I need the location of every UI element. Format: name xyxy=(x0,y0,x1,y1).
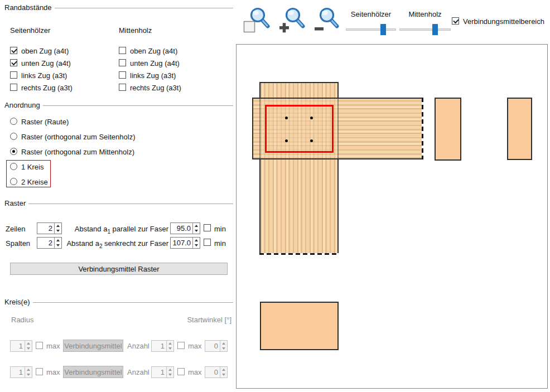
checkbox-seiten-oben-zug[interactable] xyxy=(10,47,17,54)
slider-track[interactable] xyxy=(399,28,451,31)
spalten-label: Spalten xyxy=(6,239,30,248)
kreis1-anzahl-label: Anzahl xyxy=(127,342,149,350)
checkbox-label: links Zug (a3t) xyxy=(130,71,176,80)
group-rule xyxy=(33,302,233,303)
spin-up-button[interactable] xyxy=(220,341,227,346)
group-rule xyxy=(28,204,233,204)
spalten-spinbox[interactable]: 2 xyxy=(37,237,62,249)
abstand-a2-spinbox[interactable]: 107.0 xyxy=(170,237,200,249)
checkbox-label: unten Zug (a4t) xyxy=(130,59,180,67)
spin-down-button[interactable] xyxy=(25,346,32,352)
zeilen-label: Zeilen xyxy=(6,225,25,233)
abstand-a1-spinbox[interactable]: 95.0 xyxy=(170,222,200,234)
spin-up-button[interactable] xyxy=(167,367,173,372)
spin-down-button[interactable] xyxy=(193,243,200,249)
spin-up-button[interactable] xyxy=(167,341,173,346)
mittenholz-column-title: Mittenholz xyxy=(119,26,152,35)
checkbox-a1-min[interactable] xyxy=(204,224,211,231)
radio-label: 2 Kreise xyxy=(21,178,48,186)
slider-track[interactable] xyxy=(346,28,396,31)
abstand-a2-value: 107.0 xyxy=(171,238,192,248)
spalten-value: 2 xyxy=(37,238,54,248)
side-member-cross-section-2 xyxy=(507,98,532,160)
spin-down-button[interactable] xyxy=(193,229,200,234)
zoom-to-region-icon[interactable] xyxy=(243,7,270,33)
group-rule xyxy=(43,105,233,106)
radio-1-kreis[interactable] xyxy=(10,163,17,170)
spin-down-button[interactable] xyxy=(55,229,61,234)
kreis1-verbindungsmittel-button[interactable]: Verbindungsmittel xyxy=(63,340,123,352)
radio-raster-raute[interactable] xyxy=(10,118,17,125)
checkbox-mitten-links-zug[interactable] xyxy=(119,71,126,79)
side-member-cross-section-1 xyxy=(435,98,461,161)
kreis2-anzahl-max-checkbox[interactable] xyxy=(177,368,185,375)
abstand-a2-label-pre: Abstand a xyxy=(66,239,99,248)
spin-up-button[interactable] xyxy=(55,238,61,243)
kreis2-startwinkel-spinbox[interactable]: 0 xyxy=(205,366,228,378)
fastener-dot xyxy=(285,139,288,142)
checkbox-mitten-unten-zug[interactable] xyxy=(119,59,126,66)
kreis1-radius-spinbox[interactable]: 1 xyxy=(10,340,32,352)
seitenhoelzer-slider[interactable] xyxy=(346,24,396,35)
checkbox-label: rechts Zug (a3t) xyxy=(21,84,73,92)
kreis2-anzahl-spinbox[interactable]: 1 xyxy=(151,366,174,378)
fastener-dot xyxy=(310,139,313,142)
checkbox-seiten-rechts-zug[interactable] xyxy=(10,84,17,91)
verbindungsmittelbereich-outline xyxy=(265,105,334,153)
drawing-canvas[interactable] xyxy=(236,44,548,389)
radio-2-kreise[interactable] xyxy=(10,178,17,185)
kreis2-verbindungsmittel-button[interactable]: Verbindungsmittel xyxy=(63,366,123,378)
fastener-dot xyxy=(310,117,313,119)
spin-down-button[interactable] xyxy=(220,372,227,378)
zoom-in-icon[interactable] xyxy=(278,7,305,33)
kreis1-startwinkel-spinbox[interactable]: 0 xyxy=(205,340,228,352)
a1-min-label: min xyxy=(214,225,226,233)
kreis1-radius-max-checkbox[interactable] xyxy=(36,342,43,349)
abstand-a1-label-post: parallel zur Faser xyxy=(110,225,168,233)
abstand-a1-label-pre: Abstand a xyxy=(75,225,108,233)
radio-raster-orthogonal-mittenholz[interactable] xyxy=(10,148,17,155)
kreis2-radius-max-checkbox[interactable] xyxy=(36,368,43,375)
slider-thumb[interactable] xyxy=(432,24,438,35)
abstand-a2-label: Abstand a2 senkrecht zur Faser xyxy=(61,239,168,250)
mittenholz-cross-section xyxy=(260,302,339,350)
spin-up-button[interactable] xyxy=(193,223,200,229)
checkbox-a2-min[interactable] xyxy=(204,239,211,246)
spin-up-button[interactable] xyxy=(55,223,61,229)
a2-min-label: min xyxy=(214,239,226,248)
checkbox-label: rechts Zug (a3t) xyxy=(130,84,181,92)
kreis1-anzahl-spinbox[interactable]: 1 xyxy=(151,340,174,352)
checkbox-mitten-rechts-zug[interactable] xyxy=(119,84,126,91)
mittenholz-slider[interactable] xyxy=(399,24,451,35)
radio-raster-orthogonal-seitenholz[interactable] xyxy=(10,133,17,140)
checkbox-seiten-unten-zug[interactable] xyxy=(10,59,17,66)
radius-label: Radius xyxy=(11,316,33,324)
spin-down-button[interactable] xyxy=(167,372,173,378)
kreis1-anzahl-value: 1 xyxy=(152,341,166,351)
zoom-out-icon[interactable] xyxy=(312,7,339,33)
spin-down-button[interactable] xyxy=(220,346,227,352)
kreis1-anzahl-max-checkbox[interactable] xyxy=(177,342,185,349)
kreis2-radius-value: 1 xyxy=(11,367,25,378)
checkbox-seiten-links-zug[interactable] xyxy=(10,71,17,79)
spin-down-button[interactable] xyxy=(25,372,32,378)
verbindungsmittel-raster-button[interactable]: Verbindungsmittel Raster xyxy=(10,263,228,275)
spin-down-button[interactable] xyxy=(55,243,61,249)
spin-up-button[interactable] xyxy=(25,341,32,346)
spin-up-button[interactable] xyxy=(193,238,200,243)
spin-down-button[interactable] xyxy=(167,346,173,352)
kreis1-startwinkel-value: 0 xyxy=(205,341,220,351)
mittenholz-slider-label: Mittenholz xyxy=(399,10,451,18)
zeilen-value: 2 xyxy=(37,223,54,234)
group-kreise-header: Kreis(e) xyxy=(4,298,233,306)
checkbox-mitten-oben-zug[interactable] xyxy=(119,47,126,54)
zeilen-spinbox[interactable]: 2 xyxy=(37,222,62,234)
spin-up-button[interactable] xyxy=(25,367,32,372)
kreis2-anzahl-value: 1 xyxy=(152,367,166,378)
slider-thumb[interactable] xyxy=(380,24,386,35)
spin-up-button[interactable] xyxy=(220,367,227,372)
kreis2-radius-spinbox[interactable]: 1 xyxy=(10,366,32,378)
radio-label: Raster (Raute) xyxy=(21,118,69,126)
verbindungsmittelbereich-checkbox[interactable] xyxy=(452,17,459,25)
group-kreise-title: Kreis(e) xyxy=(4,298,30,306)
